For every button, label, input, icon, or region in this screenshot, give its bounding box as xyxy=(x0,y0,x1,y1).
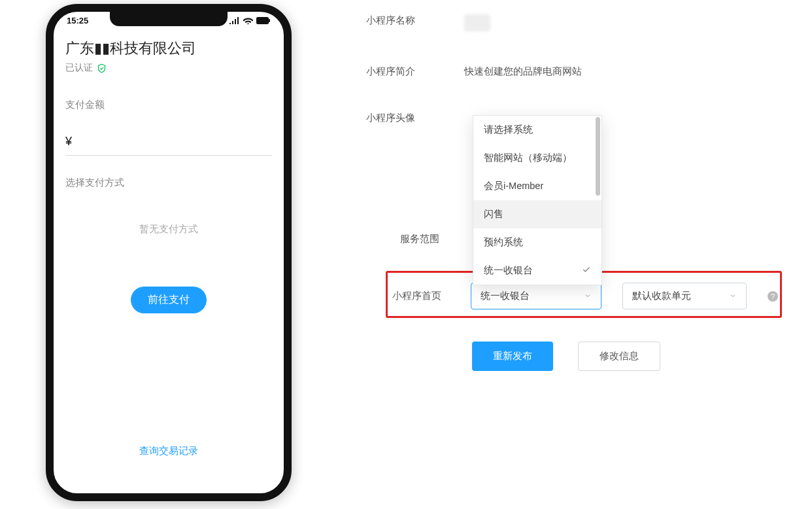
svg-rect-1 xyxy=(269,19,270,22)
name-value-blur xyxy=(464,14,490,31)
amount-label: 支付金额 xyxy=(65,99,272,111)
homepage-label: 小程序首页 xyxy=(392,290,450,302)
battery-icon xyxy=(256,17,271,24)
system-dropdown[interactable]: 请选择系统 智能网站（移动端） 会员i-Member 闪售 预约系统 统一收银台 xyxy=(473,115,602,285)
button-row: 重新发布 修改信息 xyxy=(472,342,660,371)
homepage-row: 小程序首页 统一收银台 默认收款单元 ? xyxy=(392,283,778,309)
intro-label: 小程序简介 xyxy=(366,61,464,78)
select-unit[interactable]: 默认收款单元 xyxy=(622,283,747,309)
status-icons xyxy=(229,17,271,24)
signal-icon xyxy=(229,17,240,24)
chevron-down-icon xyxy=(729,290,737,302)
phone-frame: 15:25 广东▮▮科技有限公司 已认证 支付金额 ¥ 选择支付方式 暂无支付方… xyxy=(46,4,292,501)
no-method-text: 暂无支付方式 xyxy=(65,223,272,236)
row-name: 小程序名称 xyxy=(366,10,785,31)
dropdown-item-booking[interactable]: 预约系统 xyxy=(473,228,601,256)
svg-rect-0 xyxy=(256,17,269,24)
row-intro: 小程序简介 快速创建您的品牌电商网站 xyxy=(366,61,785,78)
verified-label: 已认证 xyxy=(65,62,93,74)
dropdown-item-checkout-label: 统一收银台 xyxy=(484,264,533,277)
chevron-down-icon xyxy=(584,290,592,302)
check-icon xyxy=(582,265,591,276)
scope-label: 服务范围 xyxy=(400,233,439,245)
wifi-icon xyxy=(243,17,253,24)
company-name: 广东▮▮科技有限公司 xyxy=(65,39,272,58)
currency-symbol: ¥ xyxy=(65,135,72,148)
intro-value: 快速创建您的品牌电商网站 xyxy=(464,61,785,78)
phone-content: 广东▮▮科技有限公司 已认证 支付金额 ¥ 选择支付方式 暂无支付方式 前往支付… xyxy=(54,27,284,481)
shield-check-icon xyxy=(97,63,107,73)
avatar-label: 小程序头像 xyxy=(366,108,464,124)
republish-button[interactable]: 重新发布 xyxy=(472,342,553,371)
status-time: 15:25 xyxy=(67,16,88,26)
dropdown-item-mobile[interactable]: 智能网站（移动端） xyxy=(473,144,601,172)
query-link[interactable]: 查询交易记录 xyxy=(65,445,272,457)
dropdown-item-member[interactable]: 会员i-Member xyxy=(473,172,601,200)
help-icon[interactable]: ? xyxy=(768,291,778,302)
edit-button[interactable]: 修改信息 xyxy=(578,342,660,371)
select-unit-value: 默认收款单元 xyxy=(632,290,691,302)
pay-button[interactable]: 前往支付 xyxy=(131,287,207,313)
method-label: 选择支付方式 xyxy=(65,177,272,189)
phone-notch xyxy=(110,12,228,26)
verified-row: 已认证 xyxy=(65,62,272,74)
amount-input[interactable]: ¥ xyxy=(65,135,272,156)
dropdown-placeholder[interactable]: 请选择系统 xyxy=(473,116,601,144)
select-system-value: 统一收银台 xyxy=(481,290,530,302)
dropdown-item-flashsale[interactable]: 闪售 xyxy=(473,200,601,228)
select-system[interactable]: 统一收银台 xyxy=(471,283,601,309)
name-value xyxy=(464,10,785,31)
name-label: 小程序名称 xyxy=(366,10,464,27)
dropdown-scrollbar[interactable] xyxy=(596,117,600,196)
dropdown-item-checkout[interactable]: 统一收银台 xyxy=(473,256,601,285)
